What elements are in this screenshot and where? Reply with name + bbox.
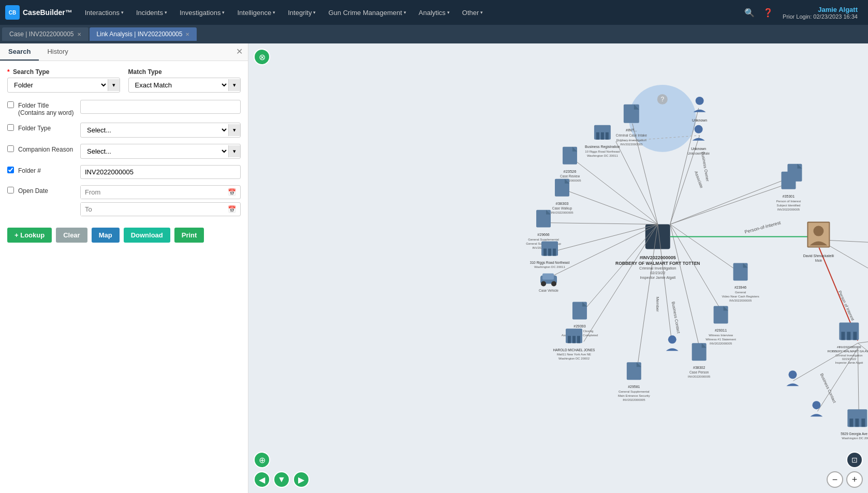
folder-type-select[interactable]: Select... <box>81 123 228 137</box>
panel-close-button[interactable]: ✕ <box>231 43 248 61</box>
companion-reason-select[interactable]: Select... <box>81 144 228 158</box>
svg-text:Inspector Jamie Algatt: Inspector Jamie Algatt <box>835 361 863 364</box>
svg-text:INV2022000005: INV2022000005 <box>777 208 800 211</box>
graph-expand-button[interactable]: ⊕ <box>254 452 310 468</box>
svg-text:Criminal Investigation: Criminal Investigation <box>639 266 676 271</box>
help-icon[interactable]: ❓ <box>761 6 775 20</box>
svg-point-99 <box>695 125 703 133</box>
graph-pan-down-button[interactable]: ▼ <box>273 471 290 488</box>
svg-text:5929 Georgia Ave NW: 5929 Georgia Ave NW <box>841 432 868 436</box>
companion-reason-row: Companion Reason Select... ▾ <box>7 144 241 159</box>
folder-number-checkbox[interactable] <box>7 167 14 173</box>
download-button[interactable]: Download <box>124 228 170 243</box>
graph-zoom-out-button[interactable]: − <box>827 471 843 488</box>
graph-pan-right-button[interactable]: ▶ <box>293 471 310 488</box>
calendar-icon[interactable]: 📅 <box>224 203 240 216</box>
tab-case-label: Case | INV2022000005 <box>9 31 74 38</box>
folder-number-input[interactable] <box>80 165 241 179</box>
folder-number-input-wrap <box>80 165 241 179</box>
svg-text:David Shmuckatelli: David Shmuckatelli <box>803 254 834 258</box>
open-date-from-input[interactable] <box>81 186 224 199</box>
link-analysis-graph[interactable]: Person-of-Interest Business Owner Associ… <box>248 43 868 493</box>
search-type-select-wrapper: Folder ▾ <box>7 78 120 93</box>
graph-area[interactable]: Person-of-Interest Business Owner Associ… <box>248 43 868 493</box>
svg-text:HAROLD MICHAEL JONES: HAROLD MICHAEL JONES <box>553 348 596 352</box>
svg-text:INV2022000005: INV2022000005 <box>551 211 573 214</box>
svg-text:Unknown: Unknown <box>692 118 707 122</box>
svg-line-15 <box>670 225 701 353</box>
prior-login: Prior Login: 02/23/2023 16:34 <box>783 13 858 20</box>
map-button[interactable]: Map <box>92 228 120 243</box>
nav-integrity[interactable]: Integrity ▾ <box>283 6 321 20</box>
graph-pan-left-button[interactable]: ◀ <box>254 471 270 488</box>
svg-text:#INT...: #INT... <box>626 128 637 132</box>
svg-text:Business Owner: Business Owner <box>700 152 710 182</box>
svg-text:Main Entrance Security: Main Entrance Security <box>618 394 650 397</box>
folder-type-checkbox[interactable] <box>7 124 14 131</box>
svg-rect-166 <box>861 419 865 427</box>
chevron-down-icon: ▾ <box>222 10 225 15</box>
node-case-review: #23526 Case Review INV2022000005 <box>558 147 581 182</box>
match-type-select[interactable]: Exact Match <box>129 78 229 92</box>
chevron-down-icon: ▾ <box>480 10 483 15</box>
svg-rect-86 <box>577 336 580 343</box>
svg-line-14 <box>670 225 724 315</box>
graph-reset-button[interactable]: ⊗ <box>254 49 270 65</box>
svg-rect-46 <box>601 132 604 140</box>
companion-reason-dropdown-btn[interactable]: ▾ <box>228 145 240 157</box>
nav-incidents[interactable]: Incidents ▾ <box>131 6 172 20</box>
companion-reason-input-wrap: Select... ▾ <box>80 144 241 159</box>
match-type-dropdown-btn[interactable]: ▾ <box>228 79 240 91</box>
node-310-riggs: 310 Riggs Road Northeast Washington DC 2… <box>530 242 570 269</box>
close-icon[interactable]: ✕ <box>185 32 189 37</box>
svg-text:Video Near Cash Registers: Video Near Cash Registers <box>722 295 759 298</box>
action-buttons: + Lookup Clear Map Download Print <box>7 228 241 243</box>
clear-button[interactable]: Clear <box>56 228 87 243</box>
nav-interactions[interactable]: Interactions ▾ <box>80 6 129 20</box>
svg-rect-70 <box>553 249 556 256</box>
search-type-select[interactable]: Folder <box>8 78 108 92</box>
nav-investigations[interactable]: Investigations ▾ <box>174 6 230 20</box>
companion-reason-checkbox[interactable] <box>7 145 14 152</box>
brand-logo: CB <box>5 5 20 20</box>
search-icon[interactable]: 🔍 <box>742 6 757 20</box>
open-date-checkbox[interactable] <box>7 187 14 193</box>
svg-text:Criminal Investigation: Criminal Investigation <box>835 354 862 357</box>
tab-search[interactable]: Search <box>0 43 39 61</box>
svg-line-5 <box>564 190 658 225</box>
folder-title-input-wrap <box>80 100 241 114</box>
open-date-to-input[interactable] <box>81 203 224 216</box>
folder-title-input[interactable] <box>80 100 241 114</box>
svg-text:#29311: #29311 <box>715 328 727 332</box>
graph-zoom-in-button[interactable]: + <box>846 471 863 488</box>
nav-other[interactable]: Other ▾ <box>457 6 489 20</box>
svg-rect-68 <box>543 249 547 256</box>
graph-fit-button[interactable]: ⊡ <box>846 452 863 468</box>
nav-gun-crime[interactable]: Gun Crime Management ▾ <box>323 6 411 20</box>
tab-link-analysis[interactable]: Link Analysis | INV2022000005 ✕ <box>90 27 197 41</box>
nav-intelligence[interactable]: Intelligence ▾ <box>232 6 281 20</box>
tab-case[interactable]: Case | INV2022000005 ✕ <box>2 27 89 41</box>
search-type-dropdown-btn[interactable]: ▾ <box>108 79 120 91</box>
close-icon[interactable]: ✕ <box>77 32 81 37</box>
calendar-icon[interactable]: 📅 <box>224 186 240 199</box>
svg-text:General Supplemental: General Supplemental <box>619 390 650 393</box>
svg-text:310 Riggs Road Northeast: 310 Riggs Road Northeast <box>530 261 570 265</box>
folder-type-dropdown-btn[interactable]: ▾ <box>228 124 240 136</box>
svg-text:General: General <box>735 291 746 294</box>
svg-line-4 <box>572 158 658 225</box>
svg-text:Male: Male <box>815 259 822 262</box>
folder-title-checkbox[interactable] <box>7 101 14 108</box>
svg-text:Member: Member <box>655 296 660 312</box>
open-date-input-wrap: 📅 📅 <box>80 185 241 219</box>
brand-name: CaseBuilder™ <box>23 8 72 17</box>
tab-history[interactable]: History <box>39 43 76 61</box>
svg-text:Criminal Case Intake: Criminal Case Intake <box>616 133 648 137</box>
svg-text:General Supplemental: General Supplemental <box>528 238 559 241</box>
lookup-button[interactable]: + Lookup <box>7 228 52 243</box>
svg-text:#38303: #38303 <box>555 201 568 206</box>
print-button[interactable]: Print <box>174 228 204 243</box>
nav-analytics[interactable]: Analytics ▾ <box>414 6 455 20</box>
svg-text:INV2022000005: INV2022000005 <box>710 342 732 345</box>
svg-point-162 <box>788 370 797 379</box>
